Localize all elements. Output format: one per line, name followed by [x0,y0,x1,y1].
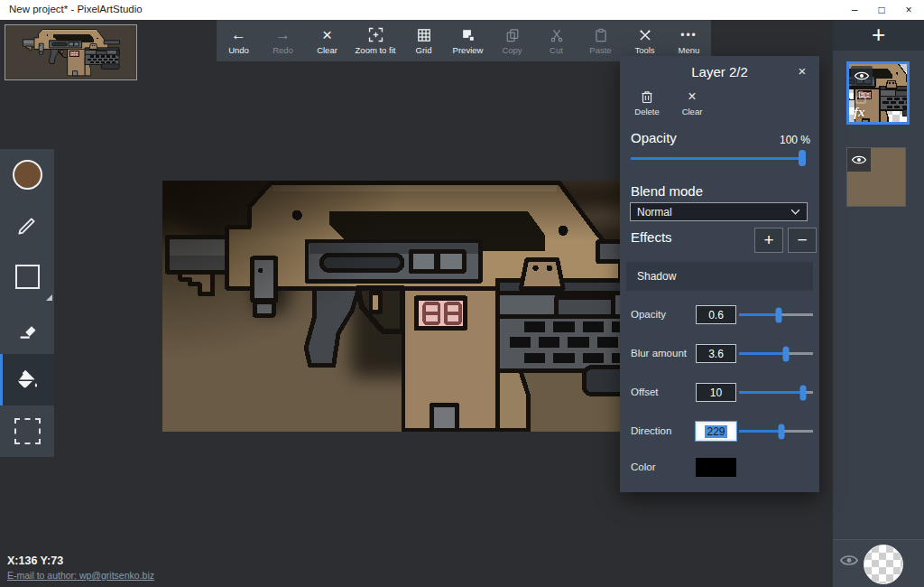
flyout-indicator [46,294,52,301]
layer-thumbnail-selected[interactable]: fx [846,61,910,125]
pencil-icon [15,214,39,238]
effect-opacity-slider[interactable] [739,305,813,324]
add-effect-button[interactable]: + [754,228,783,253]
drawing-canvas[interactable] [162,181,620,432]
clear-icon: × [322,27,332,43]
copy-button[interactable]: Copy [490,20,534,61]
layer-properties-panel: Layer 2/2 × Delete × Clear Opacity 100 %… [620,56,819,492]
window-title: New project* - PixelArtStudio [9,4,143,14]
redo-button[interactable]: → Redo [261,20,305,61]
effect-direction-label: Direction [631,425,671,436]
layer-effects-badge[interactable]: fx [854,105,865,120]
title-bar: New project* - PixelArtStudio – □ × [0,0,924,20]
pencil-tool[interactable] [0,200,54,252]
effect-direction-input[interactable]: 229 [696,422,736,441]
tools-icon [638,27,652,43]
rectangle-tool[interactable] [0,252,54,303]
rectangle-icon [15,265,40,289]
slider-knob[interactable] [776,307,782,322]
pixel-art-rifle [162,181,620,432]
effect-opacity-input[interactable]: 0.6 [696,305,736,324]
redo-icon: → [275,27,291,43]
slider-knob[interactable] [799,150,806,166]
layer-visibility-toggle[interactable] [851,66,873,86]
layers-sidebar: + fx [833,20,924,587]
effects-label: Effects [631,229,672,245]
lock-icon [854,90,868,105]
layer-thumbnail-background[interactable] [846,147,906,207]
eraser-tool[interactable] [0,303,54,354]
background-visibility-toggle[interactable] [839,553,861,569]
blend-mode-label: Blend mode [631,183,703,199]
undo-button[interactable]: ← Undo [217,20,261,61]
delete-layer-button[interactable]: Delete [627,89,667,116]
layer-panel-title: Layer 2/2 [620,64,819,79]
minimize-button[interactable]: – [841,0,868,20]
effect-list-item-shadow[interactable]: Shadow [626,262,813,291]
layer-visibility-toggle[interactable] [847,148,871,172]
selected-text: 229 [705,425,726,438]
layer-opacity-slider[interactable] [631,152,802,164]
add-layer-button[interactable]: + [833,20,924,51]
slider-knob[interactable] [778,424,784,439]
current-color-tool[interactable] [0,149,54,200]
layer-lock-toggle[interactable] [853,89,869,106]
cut-button[interactable]: Cut [534,20,578,61]
copy-icon [505,27,520,43]
clear-layer-button[interactable]: × Clear [672,89,712,116]
cut-icon [550,27,564,43]
effect-blur-input[interactable]: 3.6 [696,344,736,363]
artwork-preview [5,24,137,80]
selection-marquee-icon [14,418,41,444]
artwork-preview-image [7,27,134,78]
slider-knob[interactable] [800,385,807,400]
app-window: New project* - PixelArtStudio – □ × ← Un… [0,0,924,587]
eye-icon [854,70,870,82]
blend-mode-value: Normal [637,206,672,219]
panel-close-button[interactable]: × [793,62,811,80]
blend-mode-dropdown[interactable]: Normal [630,202,808,221]
clear-layer-icon: × [688,89,696,104]
fill-bucket-icon [14,368,40,393]
fill-tool[interactable] [0,354,54,405]
trash-icon [640,89,654,104]
slider-knob[interactable] [782,346,789,361]
close-button[interactable]: × [895,0,922,20]
author-email-link[interactable]: E-mail to author: wp@gritsenko.biz [7,570,154,581]
tool-palette [0,149,54,457]
paste-icon [594,27,608,43]
eye-icon [839,553,859,568]
layer-opacity-value: 100 % [780,134,810,146]
effect-blur-label: Blur amount [631,348,687,359]
effect-offset-input[interactable]: 10 [696,383,736,402]
maximize-button[interactable]: □ [868,0,895,20]
selection-tool[interactable] [0,405,54,457]
effect-offset-label: Offset [631,387,658,397]
current-color-swatch [13,160,42,190]
cursor-coordinates: X:136 Y:73 [7,554,63,567]
zoom-to-fit-icon [368,27,383,43]
eraser-icon [15,316,40,340]
remove-effect-button[interactable]: − [788,228,817,253]
layer-opacity-label: Opacity [631,130,677,145]
effect-blur-slider[interactable] [739,344,813,363]
preview-icon [461,27,476,43]
preview-button[interactable]: Preview [446,20,490,61]
effect-opacity-label: Opacity [631,309,666,320]
background-layer-section [833,539,924,587]
clear-button[interactable]: × Clear [305,20,349,61]
effect-color-swatch[interactable] [696,458,736,477]
zoom-to-fit-button[interactable]: Zoom to fit [349,20,402,61]
chevron-down-icon [790,209,800,215]
menu-icon: ••• [680,27,698,43]
effect-color-label: Color [631,461,655,472]
background-color-thumbnail[interactable] [864,545,903,584]
effect-direction-slider[interactable] [739,422,813,441]
effect-offset-slider[interactable] [739,383,813,402]
undo-icon: ← [231,27,246,43]
eye-icon [851,154,867,166]
paste-button[interactable]: Paste [578,20,623,61]
grid-button[interactable]: Grid [402,20,446,61]
grid-icon [417,27,431,43]
